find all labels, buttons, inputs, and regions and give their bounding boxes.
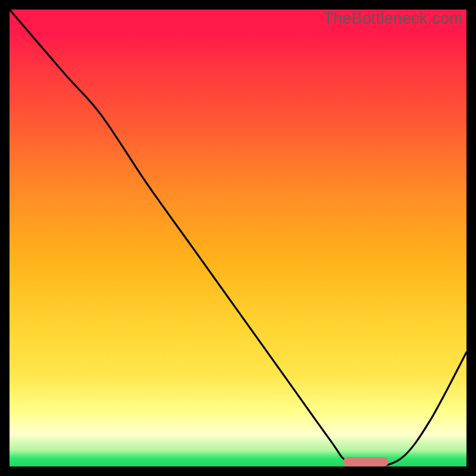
- bottleneck-curve: [10, 10, 466, 466]
- chart-plot-area: TheBottleneck.com: [10, 10, 466, 466]
- bottleneck-curve-path: [10, 10, 466, 466]
- chart-frame: TheBottleneck.com: [0, 0, 476, 476]
- optimal-marker: [343, 457, 389, 466]
